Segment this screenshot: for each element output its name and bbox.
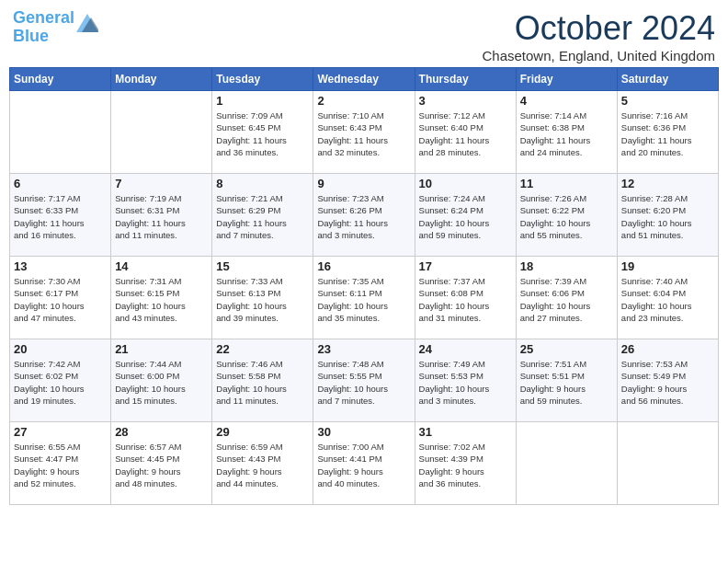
day-info: Sunrise: 6:59 AM Sunset: 4:43 PM Dayligh… <box>216 441 309 489</box>
day-info: Sunrise: 7:42 AM Sunset: 6:02 PM Dayligh… <box>14 358 107 407</box>
day-number: 9 <box>317 177 410 190</box>
day-number: 3 <box>419 94 512 108</box>
day-number: 31 <box>419 425 512 439</box>
calendar-cell: 1Sunrise: 7:09 AM Sunset: 6:45 PM Daylig… <box>212 91 313 174</box>
calendar-cell: 11Sunrise: 7:26 AM Sunset: 6:22 PM Dayli… <box>516 174 617 257</box>
day-number: 24 <box>419 342 512 356</box>
day-number: 14 <box>115 259 208 273</box>
calendar-cell: 10Sunrise: 7:24 AM Sunset: 6:24 PM Dayli… <box>415 174 516 257</box>
day-number: 6 <box>14 177 107 190</box>
day-info: Sunrise: 7:37 AM Sunset: 6:08 PM Dayligh… <box>419 275 512 324</box>
day-info: Sunrise: 6:55 AM Sunset: 4:47 PM Dayligh… <box>14 441 107 489</box>
calendar-cell <box>10 91 111 174</box>
calendar-cell: 13Sunrise: 7:30 AM Sunset: 6:17 PM Dayli… <box>10 257 111 339</box>
day-info: Sunrise: 7:00 AM Sunset: 4:41 PM Dayligh… <box>317 441 410 489</box>
day-info: Sunrise: 7:26 AM Sunset: 6:22 PM Dayligh… <box>520 192 613 241</box>
calendar-cell: 27Sunrise: 6:55 AM Sunset: 4:47 PM Dayli… <box>10 422 111 505</box>
calendar-cell: 30Sunrise: 7:00 AM Sunset: 4:41 PM Dayli… <box>313 422 415 505</box>
day-number: 21 <box>115 342 208 356</box>
weekday-header-friday: Friday <box>516 68 617 91</box>
weekday-header-thursday: Thursday <box>415 68 516 91</box>
calendar-cell: 6Sunrise: 7:17 AM Sunset: 6:33 PM Daylig… <box>10 174 111 257</box>
calendar-cell: 8Sunrise: 7:21 AM Sunset: 6:29 PM Daylig… <box>212 174 313 257</box>
day-number: 23 <box>317 342 410 356</box>
day-info: Sunrise: 6:57 AM Sunset: 4:45 PM Dayligh… <box>115 441 208 489</box>
day-info: Sunrise: 7:33 AM Sunset: 6:13 PM Dayligh… <box>216 275 309 324</box>
day-info: Sunrise: 7:48 AM Sunset: 5:55 PM Dayligh… <box>317 358 410 407</box>
day-number: 27 <box>14 425 107 439</box>
calendar-cell: 16Sunrise: 7:35 AM Sunset: 6:11 PM Dayli… <box>313 257 415 339</box>
day-info: Sunrise: 7:19 AM Sunset: 6:31 PM Dayligh… <box>115 192 208 241</box>
day-number: 10 <box>419 177 512 190</box>
month-title: October 2024 <box>483 9 716 48</box>
calendar-cell: 5Sunrise: 7:16 AM Sunset: 6:36 PM Daylig… <box>617 91 718 174</box>
day-number: 22 <box>216 342 309 356</box>
day-number: 1 <box>216 94 309 108</box>
week-row-2: 6Sunrise: 7:17 AM Sunset: 6:33 PM Daylig… <box>10 174 719 257</box>
day-number: 20 <box>14 342 107 356</box>
day-info: Sunrise: 7:44 AM Sunset: 6:00 PM Dayligh… <box>115 358 208 407</box>
calendar-cell <box>516 422 617 505</box>
weekday-header-sunday: Sunday <box>10 68 111 91</box>
calendar-cell: 14Sunrise: 7:31 AM Sunset: 6:15 PM Dayli… <box>111 257 212 339</box>
week-row-1: 1Sunrise: 7:09 AM Sunset: 6:45 PM Daylig… <box>10 91 719 174</box>
calendar-cell: 25Sunrise: 7:51 AM Sunset: 5:51 PM Dayli… <box>516 339 617 422</box>
calendar-cell: 23Sunrise: 7:48 AM Sunset: 5:55 PM Dayli… <box>313 339 415 422</box>
calendar-cell: 18Sunrise: 7:39 AM Sunset: 6:06 PM Dayli… <box>516 257 617 339</box>
weekday-header-monday: Monday <box>111 68 212 91</box>
calendar-cell: 31Sunrise: 7:02 AM Sunset: 4:39 PM Dayli… <box>415 422 516 505</box>
logo: GeneralBlue <box>13 9 98 46</box>
day-number: 4 <box>520 94 613 108</box>
calendar-cell: 20Sunrise: 7:42 AM Sunset: 6:02 PM Dayli… <box>10 339 111 422</box>
day-info: Sunrise: 7:31 AM Sunset: 6:15 PM Dayligh… <box>115 275 208 324</box>
day-number: 13 <box>14 259 107 273</box>
calendar-cell: 19Sunrise: 7:40 AM Sunset: 6:04 PM Dayli… <box>617 257 718 339</box>
day-number: 11 <box>520 177 613 190</box>
page-header: GeneralBlue October 2024 Chasetown, Engl… <box>9 9 719 63</box>
day-info: Sunrise: 7:53 AM Sunset: 5:49 PM Dayligh… <box>621 358 714 407</box>
day-number: 18 <box>520 259 613 273</box>
weekday-header-tuesday: Tuesday <box>212 68 313 91</box>
calendar-cell <box>111 91 212 174</box>
day-info: Sunrise: 7:23 AM Sunset: 6:26 PM Dayligh… <box>317 192 410 241</box>
week-row-5: 27Sunrise: 6:55 AM Sunset: 4:47 PM Dayli… <box>10 422 719 505</box>
day-number: 15 <box>216 259 309 273</box>
day-info: Sunrise: 7:10 AM Sunset: 6:43 PM Dayligh… <box>317 109 410 158</box>
week-row-3: 13Sunrise: 7:30 AM Sunset: 6:17 PM Dayli… <box>10 257 719 339</box>
day-number: 2 <box>317 94 410 108</box>
calendar-cell: 3Sunrise: 7:12 AM Sunset: 6:40 PM Daylig… <box>415 91 516 174</box>
calendar-cell <box>617 422 718 505</box>
weekday-header-wednesday: Wednesday <box>313 68 415 91</box>
calendar-cell: 2Sunrise: 7:10 AM Sunset: 6:43 PM Daylig… <box>313 91 415 174</box>
day-info: Sunrise: 7:17 AM Sunset: 6:33 PM Dayligh… <box>14 192 107 241</box>
day-number: 19 <box>621 259 714 273</box>
calendar-cell: 7Sunrise: 7:19 AM Sunset: 6:31 PM Daylig… <box>111 174 212 257</box>
day-info: Sunrise: 7:12 AM Sunset: 6:40 PM Dayligh… <box>419 109 512 158</box>
logo-text: GeneralBlue <box>13 9 74 46</box>
day-number: 26 <box>621 342 714 356</box>
weekday-header-saturday: Saturday <box>617 68 718 91</box>
calendar-cell: 12Sunrise: 7:28 AM Sunset: 6:20 PM Dayli… <box>617 174 718 257</box>
day-number: 7 <box>115 177 208 190</box>
day-info: Sunrise: 7:30 AM Sunset: 6:17 PM Dayligh… <box>14 275 107 324</box>
calendar-cell: 21Sunrise: 7:44 AM Sunset: 6:00 PM Dayli… <box>111 339 212 422</box>
day-number: 30 <box>317 425 410 439</box>
day-info: Sunrise: 7:49 AM Sunset: 5:53 PM Dayligh… <box>419 358 512 407</box>
day-info: Sunrise: 7:40 AM Sunset: 6:04 PM Dayligh… <box>621 275 714 324</box>
day-number: 25 <box>520 342 613 356</box>
calendar-cell: 9Sunrise: 7:23 AM Sunset: 6:26 PM Daylig… <box>313 174 415 257</box>
calendar-cell: 24Sunrise: 7:49 AM Sunset: 5:53 PM Dayli… <box>415 339 516 422</box>
day-info: Sunrise: 7:46 AM Sunset: 5:58 PM Dayligh… <box>216 358 309 407</box>
title-section: October 2024 Chasetown, England, United … <box>483 9 716 63</box>
day-number: 16 <box>317 259 410 273</box>
day-info: Sunrise: 7:16 AM Sunset: 6:36 PM Dayligh… <box>621 109 714 158</box>
calendar-cell: 26Sunrise: 7:53 AM Sunset: 5:49 PM Dayli… <box>617 339 718 422</box>
day-info: Sunrise: 7:35 AM Sunset: 6:11 PM Dayligh… <box>317 275 410 324</box>
logo-icon <box>76 14 98 32</box>
day-info: Sunrise: 7:28 AM Sunset: 6:20 PM Dayligh… <box>621 192 714 241</box>
location: Chasetown, England, United Kingdom <box>483 48 716 63</box>
calendar-cell: 28Sunrise: 6:57 AM Sunset: 4:45 PM Dayli… <box>111 422 212 505</box>
day-info: Sunrise: 7:02 AM Sunset: 4:39 PM Dayligh… <box>419 441 512 489</box>
calendar-cell: 4Sunrise: 7:14 AM Sunset: 6:38 PM Daylig… <box>516 91 617 174</box>
day-number: 12 <box>621 177 714 190</box>
